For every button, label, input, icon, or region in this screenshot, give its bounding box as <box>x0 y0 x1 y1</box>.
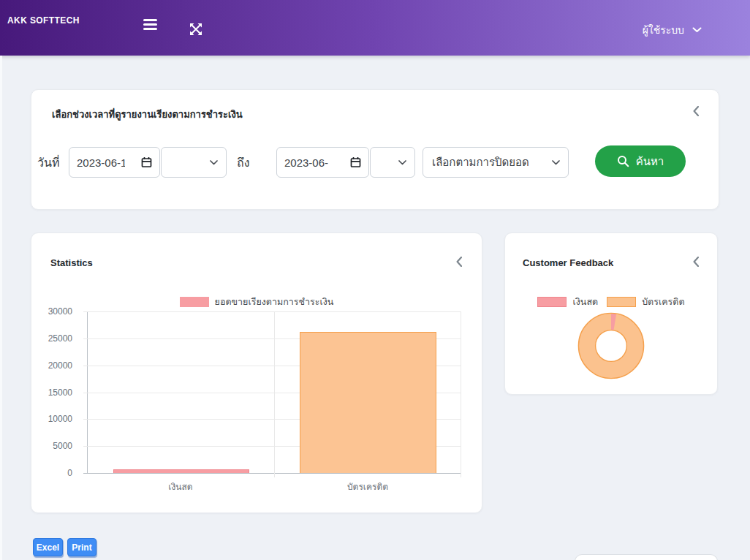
time-to-select[interactable] <box>370 147 415 178</box>
collapse-statistics-button[interactable] <box>454 256 464 268</box>
app-header: AKK SOFTTECH ผู้ใช้ระบบ <box>0 0 750 56</box>
bar-slot <box>275 311 462 473</box>
statistics-card: Statistics ยอดขายเรียงตามการชำระเงิน 050… <box>31 232 482 513</box>
user-menu-label: ผู้ใช้ระบบ <box>643 22 684 38</box>
filter-card-title: เลือกช่วงเวลาที่ดูรายงานเรียงตามการชำระเ… <box>52 107 243 122</box>
hamburger-icon <box>143 19 161 30</box>
y-axis-tick-label: 30000 <box>48 306 72 317</box>
calendar-icon <box>141 156 152 168</box>
user-menu[interactable]: ผู้ใช้ระบบ <box>643 20 702 39</box>
calendar-icon <box>350 156 361 168</box>
bar-chart-plot[interactable] <box>87 311 461 473</box>
date-label: วันที่ <box>37 147 59 178</box>
brand-logo[interactable]: AKK SOFTTECH <box>7 15 80 26</box>
collapse-filter-button[interactable] <box>691 105 701 117</box>
y-axis-tick-label: 25000 <box>48 333 72 344</box>
magnifier-icon <box>617 155 629 167</box>
x-axis-tick-label: บัตรเครดิต <box>274 480 461 493</box>
doughnut-chart[interactable] <box>576 311 646 381</box>
to-label: ถึง <box>237 147 250 178</box>
date-to-input[interactable]: 2023-06- <box>276 147 369 178</box>
y-axis-tick-label: 0 <box>67 468 72 478</box>
doughnut-chart-legend: เงินสด บัตรเครดิต <box>505 295 717 309</box>
legend-item-cash[interactable]: เงินสด <box>537 295 598 309</box>
partial-card-top-edge <box>575 554 718 560</box>
y-axis-tick-label: 10000 <box>48 414 72 424</box>
search-button[interactable]: ค้นหา <box>595 145 686 177</box>
date-to-value: 2023-06- <box>284 156 328 169</box>
y-axis-tick-label: 20000 <box>48 360 72 371</box>
sidebar-edge <box>0 56 2 560</box>
y-axis-tick-label: 15000 <box>48 387 72 398</box>
print-button[interactable]: Print <box>67 538 96 556</box>
date-from-value: 2023-06-1 <box>77 156 125 169</box>
y-axis-tick-label: 5000 <box>53 441 72 451</box>
bar-บัตรเครดิต[interactable] <box>300 332 436 473</box>
customer-feedback-card: Customer Feedback เงินสด บัตรเครดิต <box>504 232 718 395</box>
report-filter-card: เลือกช่วงเวลาที่ดูรายงานเรียงตามการชำระเ… <box>31 89 719 210</box>
chevron-down-icon <box>552 160 560 165</box>
bar-chart-legend[interactable]: ยอดขายเรียงตามการชำระเงิน <box>31 295 482 309</box>
chevron-left-icon <box>456 257 462 267</box>
legend-label: ยอดขายเรียงตามการชำระเงิน <box>215 295 334 309</box>
feedback-card-title: Customer Feedback <box>523 257 613 268</box>
bar-slot <box>88 311 275 473</box>
x-axis-tick-label: เงินสด <box>87 480 274 493</box>
legend-swatch <box>537 297 567 307</box>
chevron-left-icon <box>693 257 699 267</box>
legend-label: เงินสด <box>572 295 598 309</box>
collapse-feedback-button[interactable] <box>691 256 701 268</box>
bar-เงินสด[interactable] <box>113 469 250 473</box>
chevron-down-icon <box>210 160 218 165</box>
search-button-label: ค้นหา <box>636 153 664 170</box>
chevron-down-icon <box>398 160 406 165</box>
fullscreen-button[interactable] <box>189 23 203 37</box>
chevron-down-icon <box>692 27 702 33</box>
legend-label: บัตรเครดิต <box>642 295 684 309</box>
expand-arrows-icon <box>189 23 202 36</box>
menu-toggle-button[interactable] <box>143 18 161 33</box>
statistics-card-title: Statistics <box>50 257 93 268</box>
bar-chart-y-axis: 050001000015000200002500030000 <box>39 311 83 473</box>
closing-balance-select-value: เลือกตามการปิดยอด <box>432 154 529 171</box>
bar-chart-x-axis: เงินสดบัตรเครดิต <box>87 480 461 493</box>
dashboard-page: AKK SOFTTECH ผู้ใช้ระบบ เลือกช่วงเวลาที่… <box>0 0 750 560</box>
legend-item-credit-card[interactable]: บัตรเครดิต <box>607 295 684 309</box>
closing-balance-select[interactable]: เลือกตามการปิดยอด <box>423 147 569 178</box>
gridline <box>83 473 461 474</box>
excel-export-button[interactable]: Excel <box>33 538 63 556</box>
time-from-select[interactable] <box>161 147 227 178</box>
legend-swatch <box>607 297 636 307</box>
legend-swatch <box>180 297 209 307</box>
date-from-input[interactable]: 2023-06-1 <box>69 147 160 178</box>
chevron-left-icon <box>693 106 699 116</box>
